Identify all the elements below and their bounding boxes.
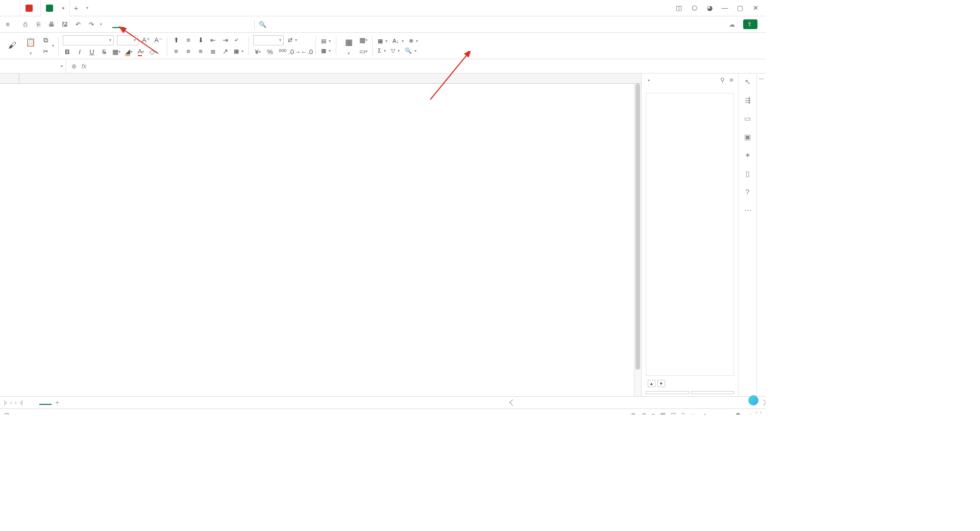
tab-template[interactable]	[20, 0, 41, 16]
expand-formula-icon[interactable]: ⊕	[71, 63, 77, 70]
clipboard-dropdown[interactable]: ▾	[52, 43, 54, 48]
close-button[interactable]: ✕	[751, 4, 760, 12]
help-tool-icon[interactable]: ?	[743, 187, 753, 197]
bold-icon[interactable]: B	[63, 47, 72, 57]
share-button[interactable]: ⇪	[743, 19, 757, 29]
sheet-area[interactable]	[0, 74, 641, 396]
qat-dropdown[interactable]: ▾	[100, 22, 102, 27]
collapse-sidepanel-icon[interactable]: —	[759, 76, 764, 81]
strikethrough-icon[interactable]: S̶	[100, 47, 109, 57]
flow-tool-icon[interactable]: ⇶	[743, 95, 753, 105]
settings-tool-icon[interactable]: ✶	[743, 150, 753, 160]
cell-style-icon[interactable]: ▭▾	[359, 47, 368, 56]
sum-button[interactable]: Σ▾	[377, 47, 387, 54]
cond-format-group[interactable]: ▦ ▾	[340, 36, 357, 56]
undo-icon[interactable]: ↶	[74, 20, 83, 29]
maximize-button[interactable]: ▢	[736, 4, 744, 12]
underline-icon[interactable]: U	[87, 47, 96, 57]
move-up-button[interactable]: ▴	[648, 380, 655, 387]
menu-hamburger-icon[interactable]: ≡	[3, 20, 12, 29]
page-break-view-icon[interactable]: ◫	[671, 412, 676, 415]
save-icon[interactable]: 🖫	[60, 20, 69, 29]
reading-view-icon[interactable]: ▭	[690, 412, 696, 415]
clipboard-tool-icon[interactable]: ▭	[743, 113, 753, 124]
table-style-icon[interactable]: ▦▾	[359, 36, 368, 45]
export-pdf-icon[interactable]: ⎙	[20, 20, 30, 29]
pin-icon[interactable]: ⚲	[720, 77, 725, 84]
selection-pane-dropdown[interactable]: ▾	[648, 78, 650, 83]
sort-button[interactable]: A↓▾	[391, 37, 405, 44]
zoom-dropdown[interactable]: ▾	[704, 413, 706, 415]
wrap-text-button[interactable]: ⤶	[233, 36, 240, 44]
increase-decimal-icon[interactable]: .0→	[290, 47, 299, 57]
zoom-in-button[interactable]: +	[749, 412, 752, 415]
more-tool-icon[interactable]: ⋯	[743, 205, 753, 215]
font-select[interactable]: ▾	[63, 35, 114, 45]
tab-add-button[interactable]: +	[70, 4, 82, 12]
tab-menu-dropdown[interactable]: ▾	[82, 6, 92, 10]
close-panel-icon[interactable]: ✕	[729, 77, 734, 84]
align-bottom-icon[interactable]: ⬇	[196, 36, 205, 45]
cut-icon[interactable]: ✂	[41, 47, 50, 56]
redo-icon[interactable]: ↷	[87, 20, 96, 29]
view-dropdown-icon[interactable]: ▾	[652, 412, 655, 415]
fx-icon[interactable]: fx	[82, 63, 86, 70]
chart-tool-icon[interactable]: ▣	[743, 132, 753, 142]
percent-icon[interactable]: %	[265, 47, 275, 57]
print-icon[interactable]: 🖶	[47, 20, 56, 29]
align-top-icon[interactable]: ⬆	[172, 36, 181, 45]
zoom-out-button[interactable]: −	[709, 412, 712, 415]
align-middle-icon[interactable]: ≡	[184, 36, 193, 45]
sheet-tab-sheet2[interactable]	[27, 401, 39, 404]
freeze-button[interactable]: ❄▾	[408, 37, 419, 45]
thousand-sep-icon[interactable]: ⁰⁰⁰	[278, 47, 287, 57]
last-sheet-icon[interactable]: ›|	[20, 400, 23, 405]
minimize-button[interactable]: —	[721, 4, 729, 12]
copy-icon[interactable]: ⧉	[41, 36, 50, 45]
focus-icon[interactable]: ⊕	[642, 412, 647, 415]
find-button[interactable]: 🔍▾	[404, 47, 418, 55]
indent-decrease-icon[interactable]: ⇤	[208, 36, 217, 45]
format-brush-group[interactable]: 🖌	[4, 39, 20, 53]
cursor-tool-icon[interactable]: ↖	[743, 77, 753, 87]
menu-tab-view[interactable]	[192, 21, 204, 28]
vertical-scrollbar[interactable]	[634, 84, 641, 396]
filter-button[interactable]: ▽▾	[390, 47, 401, 55]
number-format-select[interactable]: ▾	[253, 35, 284, 45]
layout-icon[interactable]: ◫	[675, 4, 683, 12]
prev-sheet-icon[interactable]: ‹	[10, 400, 12, 405]
zoom-slider[interactable]	[716, 415, 746, 415]
search-icon[interactable]: 🔍	[254, 20, 263, 29]
next-sheet-icon[interactable]: ›	[15, 400, 16, 405]
orientation-icon[interactable]: ↗	[220, 47, 230, 56]
page-layout-view-icon[interactable]: ▯	[681, 412, 685, 415]
print-preview-icon[interactable]: ⎘	[34, 20, 43, 29]
align-justify-icon[interactable]: ≣	[208, 47, 217, 56]
move-down-button[interactable]: ▾	[657, 380, 665, 387]
menu-tab-member[interactable]	[218, 21, 231, 28]
paste-group[interactable]: 📋 ▾	[22, 36, 39, 56]
status-indicator-icon[interactable]: ⊞	[4, 412, 9, 415]
align-left-icon[interactable]: ≡	[172, 47, 181, 56]
merge-button[interactable]: ▦▾	[233, 47, 244, 55]
book-tool-icon[interactable]: ▯	[743, 168, 753, 179]
first-sheet-icon[interactable]: |‹	[4, 400, 7, 405]
menu-tab-review[interactable]	[179, 21, 191, 28]
hide-all-button[interactable]	[691, 391, 734, 394]
sheet-tab-sheet1[interactable]	[39, 401, 52, 405]
fill-button[interactable]: ▦▾	[377, 37, 388, 45]
menu-tab-data[interactable]	[165, 21, 178, 28]
tab-wps[interactable]	[0, 0, 20, 16]
italic-icon[interactable]: I	[75, 47, 84, 57]
row-col-button[interactable]: ▤▾	[320, 37, 332, 45]
fullscreen-icon[interactable]: ⛶	[755, 412, 762, 415]
menu-tab-tools[interactable]	[205, 21, 217, 28]
convert-button[interactable]: ⇄▾	[287, 36, 298, 44]
select-all-corner[interactable]	[0, 74, 19, 83]
add-sheet-button[interactable]: +	[52, 399, 63, 406]
decrease-decimal-icon[interactable]: ←.0	[302, 47, 311, 57]
show-all-button[interactable]	[646, 391, 689, 394]
indent-increase-icon[interactable]: ⇥	[220, 36, 230, 45]
cloud-icon[interactable]: ☁	[729, 21, 735, 28]
normal-view-icon[interactable]: ▦	[660, 412, 666, 415]
